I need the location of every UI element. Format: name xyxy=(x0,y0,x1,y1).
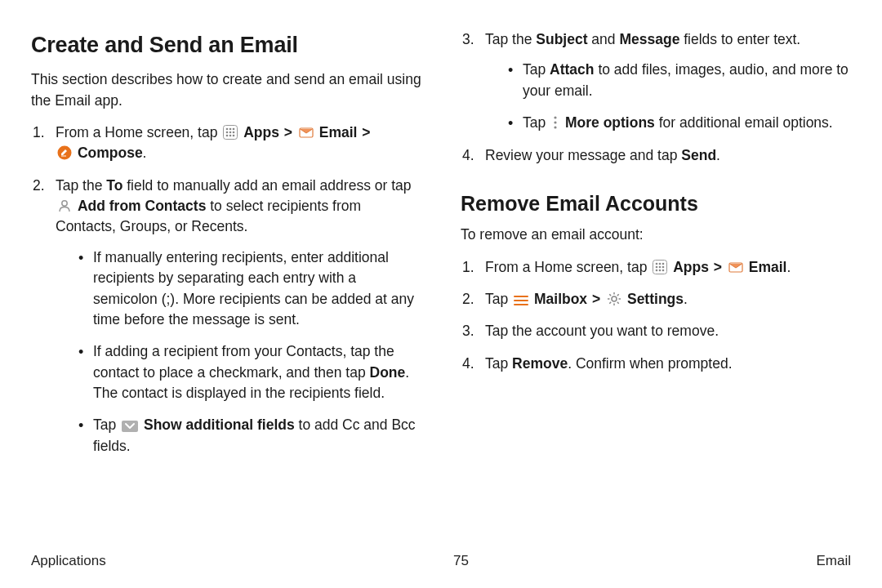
remove-step-4: Tap Remove. Confirm when prompted. xyxy=(461,354,851,374)
settings-label: Settings xyxy=(627,291,684,307)
step-1: From a Home screen, tap Apps > Email > C… xyxy=(31,122,421,164)
svg-point-27 xyxy=(662,269,665,271)
svg-point-9 xyxy=(233,135,235,137)
svg-point-24 xyxy=(662,265,665,268)
svg-rect-14 xyxy=(122,421,138,432)
apps-icon xyxy=(653,260,667,274)
svg-point-23 xyxy=(659,265,662,268)
svg-point-16 xyxy=(554,122,556,124)
email-icon xyxy=(728,260,743,274)
svg-point-17 xyxy=(554,127,556,129)
add-contacts-label: Add from Contacts xyxy=(78,198,207,214)
svg-point-32 xyxy=(612,296,617,301)
svg-point-15 xyxy=(554,117,556,119)
email-label: Email xyxy=(319,124,358,140)
contacts-icon xyxy=(57,198,72,213)
remove-intro: To remove an email account: xyxy=(461,225,851,245)
step-2-subitems: If manually entering recipients, enter a… xyxy=(56,247,421,457)
right-column: Tap the Subject and Message fields to en… xyxy=(461,29,851,468)
svg-point-25 xyxy=(656,269,658,271)
settings-icon xyxy=(607,292,621,306)
sub-show-fields: Tap Show additional fields to add Cc and… xyxy=(78,415,421,457)
svg-point-4 xyxy=(226,131,229,134)
done-label: Done xyxy=(370,364,406,381)
subject-label: Subject xyxy=(536,31,587,47)
svg-point-21 xyxy=(662,262,665,265)
intro-text: This section describes how to create and… xyxy=(31,69,421,111)
svg-rect-12 xyxy=(61,156,66,157)
remove-step-3: Tap the account you want to remove. xyxy=(461,321,851,341)
step-4: Review your message and tap Send. xyxy=(461,145,851,166)
svg-point-5 xyxy=(229,131,232,134)
step-2: Tap the To field to manually add an emai… xyxy=(31,176,421,457)
separator: > xyxy=(362,124,370,140)
svg-line-39 xyxy=(609,302,611,304)
steps-create-continued: Tap the Subject and Message fields to en… xyxy=(461,29,851,166)
content-columns: Create and Send an Email This section de… xyxy=(31,29,851,468)
more-options-icon xyxy=(551,115,559,130)
to-label: To xyxy=(106,177,122,194)
svg-point-26 xyxy=(659,269,662,271)
svg-point-22 xyxy=(656,265,658,268)
svg-point-8 xyxy=(229,135,232,137)
svg-point-6 xyxy=(233,131,235,134)
remove-label: Remove xyxy=(512,355,568,372)
section-heading-remove: Remove Email Accounts xyxy=(461,189,851,218)
svg-point-3 xyxy=(233,128,235,131)
footer-page-number: 75 xyxy=(453,551,469,572)
section-heading-create: Create and Send an Email xyxy=(31,29,421,61)
sub-attach: Tap Attach to add files, images, audio, … xyxy=(508,60,851,101)
page-footer: Applications 75 Email xyxy=(31,551,851,572)
steps-remove: From a Home screen, tap Apps > Email. Ta… xyxy=(461,257,851,375)
more-options-label: More options xyxy=(565,114,655,131)
sub-more-options: Tap More options for additional email op… xyxy=(508,113,851,133)
email-label: Email xyxy=(749,259,787,275)
separator: > xyxy=(714,259,722,275)
mailbox-icon xyxy=(514,295,528,306)
mailbox-label: Mailbox xyxy=(534,291,587,307)
sub-contacts: If adding a recipient from your Contacts… xyxy=(78,341,421,403)
svg-point-13 xyxy=(62,201,67,206)
compose-icon xyxy=(57,145,72,160)
apps-label: Apps xyxy=(243,124,279,140)
chevron-down-icon xyxy=(122,421,138,432)
steps-create: From a Home screen, tap Apps > Email > C… xyxy=(31,122,421,457)
svg-point-7 xyxy=(226,135,229,137)
apps-label: Apps xyxy=(673,259,709,275)
remove-step-2: Tap Mailbox > Settings. xyxy=(461,289,851,310)
remove-step-1: From a Home screen, tap Apps > Email. xyxy=(461,257,851,278)
svg-line-38 xyxy=(617,302,619,304)
compose-label: Compose xyxy=(78,145,143,161)
apps-icon xyxy=(223,125,238,140)
svg-line-40 xyxy=(617,294,619,296)
show-fields-label: Show additional fields xyxy=(144,416,295,433)
svg-point-20 xyxy=(659,262,662,265)
sub-manual: If manually entering recipients, enter a… xyxy=(78,247,421,331)
send-label: Send xyxy=(681,147,716,163)
separator: > xyxy=(284,124,292,140)
left-column: Create and Send an Email This section de… xyxy=(31,29,421,468)
separator: > xyxy=(592,291,600,307)
step-3-subitems: Tap Attach to add files, images, audio, … xyxy=(485,60,851,133)
svg-point-2 xyxy=(229,128,232,131)
attach-label: Attach xyxy=(550,61,594,78)
svg-line-37 xyxy=(609,294,611,296)
svg-point-1 xyxy=(226,128,229,131)
footer-right: Email xyxy=(816,551,851,572)
svg-point-19 xyxy=(656,262,658,265)
footer-left: Applications xyxy=(31,551,106,572)
step-3: Tap the Subject and Message fields to en… xyxy=(461,29,851,134)
email-icon xyxy=(299,125,314,140)
message-label: Message xyxy=(619,31,679,47)
